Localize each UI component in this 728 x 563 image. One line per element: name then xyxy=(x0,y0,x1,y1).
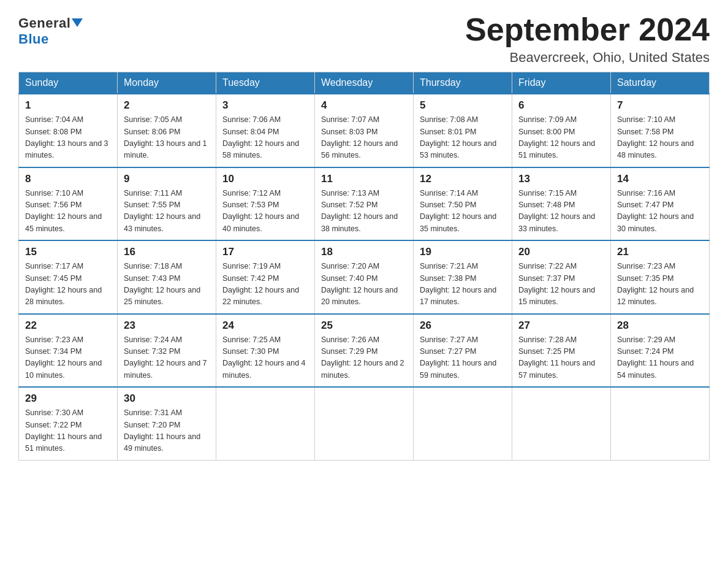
day-info: Sunrise: 7:06 AMSunset: 8:04 PMDaylight:… xyxy=(222,114,308,162)
calendar-cell: 5 Sunrise: 7:08 AMSunset: 8:01 PMDayligh… xyxy=(414,94,512,167)
calendar-cell: 30 Sunrise: 7:31 AMSunset: 7:20 PMDaylig… xyxy=(118,387,216,460)
day-of-week-header: Sunday xyxy=(19,72,118,94)
day-info: Sunrise: 7:12 AMSunset: 7:53 PMDaylight:… xyxy=(222,188,308,236)
day-number: 2 xyxy=(124,99,210,112)
day-number: 11 xyxy=(321,173,407,185)
day-info: Sunrise: 7:19 AMSunset: 7:42 PMDaylight:… xyxy=(222,261,308,308)
day-number: 6 xyxy=(518,99,604,112)
day-number: 28 xyxy=(617,320,703,332)
calendar-cell: 6 Sunrise: 7:09 AMSunset: 8:00 PMDayligh… xyxy=(512,94,611,167)
logo-triangle-icon xyxy=(72,18,83,27)
day-number: 27 xyxy=(518,320,604,332)
calendar-cell: 24 Sunrise: 7:25 AMSunset: 7:30 PMDaylig… xyxy=(216,314,315,388)
calendar-cell: 14 Sunrise: 7:16 AMSunset: 7:47 PMDaylig… xyxy=(611,167,710,241)
calendar-cell: 9 Sunrise: 7:11 AMSunset: 7:55 PMDayligh… xyxy=(118,167,216,241)
day-info: Sunrise: 7:20 AMSunset: 7:40 PMDaylight:… xyxy=(321,261,407,308)
day-info: Sunrise: 7:21 AMSunset: 7:38 PMDaylight:… xyxy=(420,261,506,308)
day-info: Sunrise: 7:27 AMSunset: 7:27 PMDaylight:… xyxy=(420,334,506,382)
calendar-cell: 27 Sunrise: 7:28 AMSunset: 7:25 PMDaylig… xyxy=(512,314,611,388)
calendar-cell: 3 Sunrise: 7:06 AMSunset: 8:04 PMDayligh… xyxy=(216,94,315,167)
day-of-week-header: Wednesday xyxy=(315,72,414,94)
day-number: 29 xyxy=(25,393,111,405)
calendar-week-row: 15 Sunrise: 7:17 AMSunset: 7:45 PMDaylig… xyxy=(19,240,710,314)
day-number: 17 xyxy=(222,246,308,258)
day-number: 16 xyxy=(124,246,210,258)
day-of-week-header: Monday xyxy=(118,72,216,94)
calendar-cell: 26 Sunrise: 7:27 AMSunset: 7:27 PMDaylig… xyxy=(414,314,512,388)
calendar-cell: 15 Sunrise: 7:17 AMSunset: 7:45 PMDaylig… xyxy=(19,240,118,314)
page-header: General Blue September 2024 Beavercreek,… xyxy=(18,12,710,66)
calendar-cell: 21 Sunrise: 7:23 AMSunset: 7:35 PMDaylig… xyxy=(611,240,710,314)
day-number: 15 xyxy=(25,246,111,258)
day-info: Sunrise: 7:09 AMSunset: 8:00 PMDaylight:… xyxy=(518,114,604,162)
day-info: Sunrise: 7:28 AMSunset: 7:25 PMDaylight:… xyxy=(518,334,604,382)
calendar-cell xyxy=(216,387,315,460)
day-info: Sunrise: 7:10 AMSunset: 7:58 PMDaylight:… xyxy=(617,114,703,162)
day-info: Sunrise: 7:23 AMSunset: 7:35 PMDaylight:… xyxy=(617,261,703,308)
calendar-cell: 23 Sunrise: 7:24 AMSunset: 7:32 PMDaylig… xyxy=(118,314,216,388)
day-of-week-header: Thursday xyxy=(414,72,512,94)
day-of-week-header: Friday xyxy=(512,72,611,94)
calendar-cell: 16 Sunrise: 7:18 AMSunset: 7:43 PMDaylig… xyxy=(118,240,216,314)
calendar-cell: 7 Sunrise: 7:10 AMSunset: 7:58 PMDayligh… xyxy=(611,94,710,167)
day-info: Sunrise: 7:11 AMSunset: 7:55 PMDaylight:… xyxy=(124,188,210,236)
day-number: 12 xyxy=(420,173,506,185)
day-number: 26 xyxy=(420,320,506,332)
calendar-cell: 2 Sunrise: 7:05 AMSunset: 8:06 PMDayligh… xyxy=(118,94,216,167)
calendar-cell: 22 Sunrise: 7:23 AMSunset: 7:34 PMDaylig… xyxy=(19,314,118,388)
day-number: 18 xyxy=(321,246,407,258)
day-info: Sunrise: 7:30 AMSunset: 7:22 PMDaylight:… xyxy=(25,407,111,455)
calendar-cell xyxy=(315,387,414,460)
calendar-table: SundayMondayTuesdayWednesdayThursdayFrid… xyxy=(18,72,710,461)
calendar-week-row: 8 Sunrise: 7:10 AMSunset: 7:56 PMDayligh… xyxy=(19,167,710,241)
logo-general-text: General xyxy=(18,15,70,31)
day-number: 9 xyxy=(124,173,210,185)
day-number: 23 xyxy=(124,320,210,332)
calendar-cell: 19 Sunrise: 7:21 AMSunset: 7:38 PMDaylig… xyxy=(414,240,512,314)
logo-blue-text: Blue xyxy=(18,31,49,47)
day-number: 3 xyxy=(222,99,308,112)
calendar-cell: 10 Sunrise: 7:12 AMSunset: 7:53 PMDaylig… xyxy=(216,167,315,241)
day-number: 1 xyxy=(25,99,111,112)
day-number: 24 xyxy=(222,320,308,332)
day-info: Sunrise: 7:18 AMSunset: 7:43 PMDaylight:… xyxy=(124,261,210,308)
calendar-week-row: 1 Sunrise: 7:04 AMSunset: 8:08 PMDayligh… xyxy=(19,94,710,167)
day-info: Sunrise: 7:17 AMSunset: 7:45 PMDaylight:… xyxy=(25,261,111,308)
day-info: Sunrise: 7:05 AMSunset: 8:06 PMDaylight:… xyxy=(124,114,210,162)
day-number: 30 xyxy=(124,393,210,405)
day-number: 21 xyxy=(617,246,703,258)
calendar-cell: 18 Sunrise: 7:20 AMSunset: 7:40 PMDaylig… xyxy=(315,240,414,314)
day-number: 13 xyxy=(518,173,604,185)
day-info: Sunrise: 7:14 AMSunset: 7:50 PMDaylight:… xyxy=(420,188,506,236)
location-label: Beavercreek, Ohio, United States xyxy=(465,50,710,66)
calendar-cell: 1 Sunrise: 7:04 AMSunset: 8:08 PMDayligh… xyxy=(19,94,118,167)
calendar-cell: 12 Sunrise: 7:14 AMSunset: 7:50 PMDaylig… xyxy=(414,167,512,241)
calendar-cell xyxy=(611,387,710,460)
logo: General Blue xyxy=(18,12,83,47)
day-info: Sunrise: 7:23 AMSunset: 7:34 PMDaylight:… xyxy=(25,334,111,382)
calendar-cell: 4 Sunrise: 7:07 AMSunset: 8:03 PMDayligh… xyxy=(315,94,414,167)
day-info: Sunrise: 7:13 AMSunset: 7:52 PMDaylight:… xyxy=(321,188,407,236)
day-of-week-header: Saturday xyxy=(611,72,710,94)
day-info: Sunrise: 7:25 AMSunset: 7:30 PMDaylight:… xyxy=(222,334,308,382)
day-info: Sunrise: 7:04 AMSunset: 8:08 PMDaylight:… xyxy=(25,114,111,162)
day-number: 14 xyxy=(617,173,703,185)
calendar-cell: 25 Sunrise: 7:26 AMSunset: 7:29 PMDaylig… xyxy=(315,314,414,388)
day-number: 20 xyxy=(518,246,604,258)
day-number: 5 xyxy=(420,99,506,112)
day-info: Sunrise: 7:29 AMSunset: 7:24 PMDaylight:… xyxy=(617,334,703,382)
calendar-cell: 13 Sunrise: 7:15 AMSunset: 7:48 PMDaylig… xyxy=(512,167,611,241)
day-info: Sunrise: 7:07 AMSunset: 8:03 PMDaylight:… xyxy=(321,114,407,162)
calendar-header-row: SundayMondayTuesdayWednesdayThursdayFrid… xyxy=(19,72,710,94)
day-info: Sunrise: 7:22 AMSunset: 7:37 PMDaylight:… xyxy=(518,261,604,308)
day-number: 4 xyxy=(321,99,407,112)
calendar-week-row: 22 Sunrise: 7:23 AMSunset: 7:34 PMDaylig… xyxy=(19,314,710,388)
day-info: Sunrise: 7:10 AMSunset: 7:56 PMDaylight:… xyxy=(25,188,111,236)
day-number: 7 xyxy=(617,99,703,112)
day-number: 22 xyxy=(25,320,111,332)
day-number: 10 xyxy=(222,173,308,185)
calendar-cell: 29 Sunrise: 7:30 AMSunset: 7:22 PMDaylig… xyxy=(19,387,118,460)
calendar-cell: 8 Sunrise: 7:10 AMSunset: 7:56 PMDayligh… xyxy=(19,167,118,241)
day-info: Sunrise: 7:15 AMSunset: 7:48 PMDaylight:… xyxy=(518,188,604,236)
calendar-cell: 17 Sunrise: 7:19 AMSunset: 7:42 PMDaylig… xyxy=(216,240,315,314)
